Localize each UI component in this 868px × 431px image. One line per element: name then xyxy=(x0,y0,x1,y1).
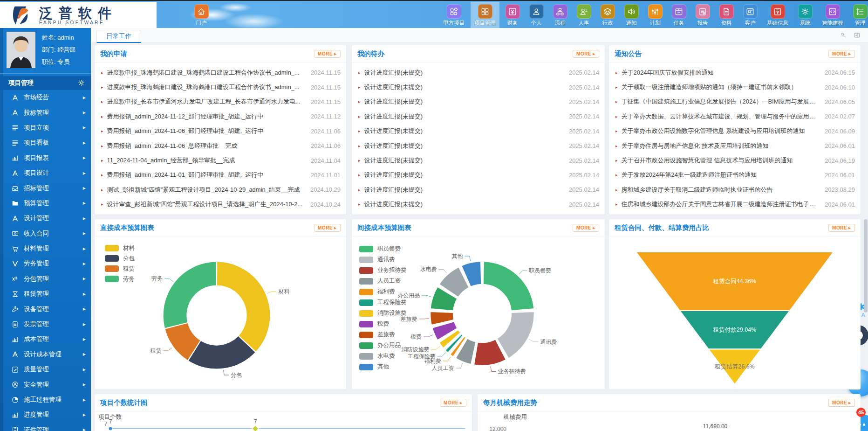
list-item[interactable]: ▸费用报销_admin_2024-11-12_部门经理审批_胡建,_运行中202… xyxy=(95,109,346,124)
nav-item-person-frame[interactable]: 客户 xyxy=(739,2,761,29)
data-point[interactable] xyxy=(109,427,112,431)
list-item[interactable]: ▸设计进度汇报(未提交)2025.02.14 xyxy=(352,168,605,182)
donut-slice-3[interactable] xyxy=(163,262,217,328)
nav-item-grid[interactable]: 项目管理 xyxy=(471,2,499,29)
donut-slice-0[interactable] xyxy=(217,262,270,352)
list-item[interactable]: ▸进度款申报_珠海鹤港口建设_珠海鹤港口建设工程合作协议书_admin_...2… xyxy=(95,65,346,80)
settings-gear-icon[interactable] xyxy=(77,79,85,89)
nav-item-doc-mic[interactable]: 报告 xyxy=(692,2,713,29)
list-item[interactable]: ▸设计进度汇报(未提交)2025.02.14 xyxy=(352,124,605,139)
legend-item[interactable]: 税费 xyxy=(359,319,407,329)
legend-item[interactable]: 职员餐费 xyxy=(359,243,407,254)
list-item[interactable]: ▸费用报销_admin_2024-11-01_部门经理审批_胡建,_运行中202… xyxy=(95,168,346,182)
scrollbar-thumb[interactable] xyxy=(864,219,868,313)
legend-item[interactable]: 办公用品 xyxy=(359,340,407,351)
sidebar-item-wrench-14[interactable]: 设备管理▶ xyxy=(0,301,91,316)
sidebar-item-bars-16[interactable]: 成本管理▶ xyxy=(0,332,91,347)
legend-item[interactable]: 消防设施费 xyxy=(359,308,407,319)
list-item[interactable]: ▸房和城乡建设厅关于取消二级建造师临时执业证书的公告2023.08.29 xyxy=(609,182,861,197)
key-icon[interactable] xyxy=(840,32,847,39)
nav-item-sliders[interactable]: 计划 xyxy=(644,2,666,29)
expand-panel-icon[interactable] xyxy=(854,32,861,39)
list-item[interactable]: ▸关于举办大数据、云计算技术在城市建设、规划、管理与服务中的应用培训班...20… xyxy=(609,109,861,124)
sidebar-item-a-badge-0[interactable]: 市场经营▶ xyxy=(0,90,91,105)
nav-item-speaker[interactable]: 通知 xyxy=(621,2,642,29)
list-item[interactable]: ▸设计进度汇报(未提交)2025.02.14 xyxy=(352,95,605,109)
sidebar-item-a-badge-5[interactable]: 项目设计▶ xyxy=(0,166,91,181)
sidebar-item-banknote-9[interactable]: 收入合同▶ xyxy=(0,226,91,241)
sidebar-item-hourglass-13[interactable]: 租赁管理▶ xyxy=(0,286,91,301)
list-item[interactable]: ▸设计审查_彭祖新城“四馆”景观工程设计项目_请选择_胡广生_2024-10-2… xyxy=(95,197,346,212)
legend-item[interactable]: 福利费 xyxy=(359,286,407,297)
nav-item-box[interactable]: 任务 xyxy=(668,2,690,29)
sidebar-item-cart-10[interactable]: 材料管理▶ xyxy=(0,241,91,256)
more-button[interactable]: MORE▶ xyxy=(314,224,341,232)
nav-item-person-lines[interactable]: 人事 xyxy=(573,2,595,29)
list-item[interactable]: ▸关于领取一级注册建造师增项贴的通知（须持一建证书前来领取）2024.06.10 xyxy=(609,80,861,94)
data-point[interactable] xyxy=(252,425,259,431)
sidebar-item-kanban-3[interactable]: 项目看板▶ xyxy=(0,135,91,150)
sidebar-item-x2-12[interactable]: 分包管理▶ xyxy=(0,271,91,286)
more-button[interactable]: MORE▶ xyxy=(828,399,855,407)
legend-item[interactable]: 通讯费 xyxy=(359,254,407,265)
list-item[interactable]: ▸关于2024年国庆节放假安排的通知2024.06.15 xyxy=(609,65,861,80)
nav-item-doc-fold[interactable]: 资料 xyxy=(716,2,737,29)
list-item[interactable]: ▸关于举办住房与房地产信息化 技术及应用培训班的通知2024.06.01 xyxy=(609,139,861,153)
legend-item[interactable]: 租赁 xyxy=(105,264,135,274)
nav-item-grid-diamond[interactable]: 甲方项目 xyxy=(439,2,468,29)
donut-slice-3[interactable] xyxy=(455,338,476,364)
donut-slice-0[interactable] xyxy=(483,261,534,311)
list-item[interactable]: ▸设计进度汇报(未提交)2025.02.14 xyxy=(352,182,605,197)
list-item[interactable]: ▸关于举办市政公用设施数字化管理信息 系统建设与应用培训班的通知2024.06.… xyxy=(609,124,861,139)
nav-item-layers[interactable]: 行政 xyxy=(597,2,618,29)
list-item[interactable]: ▸设计进度汇报(未提交)2025.02.14 xyxy=(352,65,605,80)
nav-item-yen[interactable]: 财务 xyxy=(502,2,523,29)
nav-item-list-arrows[interactable]: 管理 xyxy=(849,2,868,29)
list-item[interactable]: ▸设计进度汇报(未提交)2025.02.14 xyxy=(352,153,605,167)
sidebar-item-v-badge-11[interactable]: 劳务管理▶ xyxy=(0,256,91,271)
list-item[interactable]: ▸设计进度汇报(未提交)2025.02.14 xyxy=(352,139,605,153)
sidebar-item-a-badge-17[interactable]: 设计成本管理▶ xyxy=(0,347,91,362)
more-button[interactable]: MORE▶ xyxy=(828,224,855,232)
legend-item[interactable]: 水电费 xyxy=(359,351,407,361)
list-item[interactable]: ▸设计进度汇报(未提交)2025.02.14 xyxy=(352,80,605,94)
more-button[interactable]: MORE▶ xyxy=(440,399,466,407)
nav-item-person[interactable]: 个人 xyxy=(526,2,547,29)
legend-item[interactable]: 其他 xyxy=(359,361,407,372)
legend-item[interactable]: 人员工资 xyxy=(359,276,407,286)
list-item[interactable]: ▸关于召开市政公用设施智慧化管理 信息技术与应用培训班的通知2024.06.19 xyxy=(609,153,861,167)
sidebar-item-inbox-6[interactable]: 招标管理▶ xyxy=(0,181,91,195)
list-item[interactable]: ▸于征集《中国建筑施工行业信息化发展报告（2024）—BIM应用与发展》材料..… xyxy=(609,95,861,109)
list-item[interactable]: ▸11_2024-11-04_admin_经营部_领导审批__完成2024.11… xyxy=(95,153,346,167)
sidebar-item-a-badge-8[interactable]: 设计管理▶ xyxy=(0,211,91,226)
sidebar-item-folder-7[interactable]: 预算管理▶ xyxy=(0,196,91,211)
sidebar-item-pie-circle-20[interactable]: 施工过程管理▶ xyxy=(0,392,91,407)
more-button[interactable]: MORE▶ xyxy=(573,50,599,58)
list-item[interactable]: ▸设计进度汇报(未提交)2025.02.14 xyxy=(352,197,605,212)
list-item[interactable]: ▸费用报销_admin_2024-11-06_部门经理审批_胡建,_运行中202… xyxy=(95,124,346,139)
legend-item[interactable]: 差旅费 xyxy=(359,329,407,340)
legend-item[interactable]: 劳务 xyxy=(105,274,135,284)
list-item[interactable]: ▸关于发放2024年第24批一级建造师注册证书的通知2024.06.01 xyxy=(609,168,861,182)
nav-item-flow[interactable]: 流程 xyxy=(549,2,571,29)
list-item[interactable]: ▸测试_彭祖新城“四馆”景观工程设计项目_2024-10-29_admin_结束… xyxy=(95,182,346,197)
nav-item-code[interactable]: 智能建模 xyxy=(818,2,847,29)
more-button[interactable]: MORE▶ xyxy=(573,224,599,232)
list-item[interactable]: ▸住房和城乡建设部办公厅关于同意吉林省开展二级建造师注册证书电子化试点...20… xyxy=(609,197,861,212)
sidebar-item-a-badge-1[interactable]: 投标管理▶ xyxy=(0,105,91,120)
sidebar-item-bars-21[interactable]: 进度管理▶ xyxy=(0,407,91,422)
sidebar-item-bars-4[interactable]: 项目报表▶ xyxy=(0,151,91,166)
nav-item-portal[interactable]: 门户 xyxy=(188,2,214,29)
nav-item-doc-yen[interactable]: 基础信息 xyxy=(763,2,792,29)
list-item[interactable]: ▸设计进度汇报(未提交)2025.02.14 xyxy=(352,109,605,124)
legend-item[interactable]: 工程保险费 xyxy=(359,297,407,308)
sidebar-item-pencil-18[interactable]: 质量管理▶ xyxy=(0,362,91,377)
list-item[interactable]: ▸费用报销_admin_2024-11-06_总经理审批__完成2024.11.… xyxy=(95,139,346,153)
legend-item[interactable]: 分包 xyxy=(105,253,135,264)
sidebar-item-doc-15[interactable]: 发票管理▶ xyxy=(0,317,91,332)
tab-daily-work[interactable]: 日常工作 xyxy=(96,30,141,43)
more-button[interactable]: MORE▶ xyxy=(828,50,855,58)
list-item[interactable]: ▸进度款申报_珠海鹤港口建设_珠海鹤港口建设工程合作协议书_admin_...2… xyxy=(95,80,346,94)
nav-item-gear[interactable]: 系统 xyxy=(794,2,816,29)
sidebar-item-id-badge-22[interactable]: 证件管理▶ xyxy=(0,423,91,431)
